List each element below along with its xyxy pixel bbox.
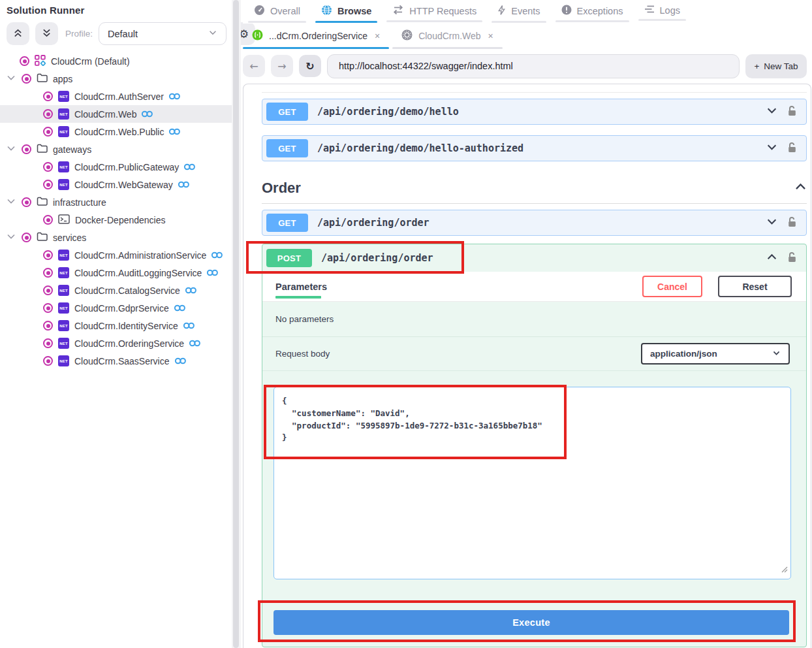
browse-link-icon[interactable]: [189, 339, 201, 348]
lightning-icon: [497, 5, 506, 18]
tree-item-folder-gateways[interactable]: gateways: [0, 140, 232, 158]
browse-link-icon[interactable]: [174, 357, 187, 365]
close-icon[interactable]: ×: [375, 31, 380, 41]
browse-link-icon[interactable]: [183, 321, 195, 330]
tree-item-label: apps: [53, 74, 72, 84]
collapse-chevron-icon[interactable]: [766, 251, 777, 265]
endpoint-path: /api/ordering/order: [321, 252, 433, 264]
tab-browse[interactable]: Browse: [315, 0, 377, 24]
browse-link-icon[interactable]: [206, 268, 219, 277]
browse-link-icon[interactable]: [211, 251, 223, 259]
tree-item-project[interactable]: NET CloudCrm.AdministrationService: [0, 246, 232, 264]
cancel-button[interactable]: Cancel: [642, 276, 702, 297]
browser-tab-cloudcrm-web[interactable]: CloudCrm.Web ×: [392, 26, 503, 49]
execute-button[interactable]: Execute: [273, 610, 789, 635]
endpoint-path: /api/ordering/demo/hello: [317, 106, 459, 118]
status-dot-icon: [43, 285, 53, 295]
request-body-editor[interactable]: { "customerName": "David", "productId": …: [273, 387, 791, 579]
unlocked-padlock-icon[interactable]: [787, 105, 797, 119]
endpoint-get-order[interactable]: GET /api/ordering/order: [262, 210, 807, 236]
tree-item-label: CloudCrm (Default): [51, 56, 130, 67]
status-dot-icon: [22, 74, 31, 84]
reset-button[interactable]: Reset: [718, 276, 792, 297]
browse-link-icon[interactable]: [168, 92, 181, 101]
browse-link-icon[interactable]: [174, 304, 186, 312]
endpoint-get-demo-hello[interactable]: GET /api/ordering/demo/hello: [262, 99, 807, 125]
terminal-icon: [58, 214, 70, 226]
close-icon[interactable]: ×: [488, 31, 493, 41]
content-type-select[interactable]: application/json: [641, 343, 790, 364]
browse-link-icon[interactable]: [168, 127, 181, 136]
folder-icon: [37, 196, 48, 208]
panel-splitter[interactable]: [232, 0, 241, 648]
content-type-value: application/json: [650, 349, 717, 359]
tree-item-label: CloudCrm.SaasService: [74, 356, 170, 366]
profile-label: Profile:: [65, 29, 93, 39]
log-lines-icon: [644, 5, 655, 16]
tree-item-folder-services[interactable]: services: [0, 229, 232, 246]
expand-all-button[interactable]: [35, 22, 58, 45]
refresh-button[interactable]: ↻: [299, 55, 321, 77]
tree-item-label: infrastructure: [53, 197, 106, 208]
browse-link-icon[interactable]: [178, 180, 190, 189]
solution-grid-icon: [35, 55, 46, 68]
unlocked-padlock-icon[interactable]: [787, 251, 797, 265]
browser-tab-label: ...dCrm.OrderingService: [269, 31, 367, 41]
collapse-section-chevron-icon[interactable]: [794, 180, 807, 197]
expand-chevron-icon[interactable]: [766, 142, 777, 155]
browser-tab-ordering-service[interactable]: ...dCrm.OrderingService ×: [243, 26, 389, 49]
dotnet-icon: NET: [58, 161, 69, 172]
tree-item-project[interactable]: NET CloudCrm.GdprService: [0, 299, 232, 317]
tree-item-project[interactable]: NET CloudCrm.AuthServer: [0, 88, 232, 105]
tree-item-folder-infrastructure[interactable]: infrastructure: [0, 193, 232, 211]
unlocked-padlock-icon[interactable]: [787, 142, 797, 155]
tree-item-project[interactable]: NET CloudCrm.AuditLoggingService: [0, 264, 232, 282]
tab-http-requests[interactable]: HTTP Requests: [386, 0, 482, 24]
tree-item-docker[interactable]: Docker-Dependencies: [0, 211, 232, 229]
status-dot-icon: [20, 56, 29, 66]
browse-link-icon[interactable]: [141, 110, 153, 118]
expand-chevron-icon[interactable]: [766, 105, 777, 119]
address-bar-url: http://localhost:44322/swagger/index.htm…: [339, 61, 513, 71]
parameters-tab[interactable]: Parameters: [275, 272, 327, 301]
new-tab-button[interactable]: + New Tab: [745, 54, 807, 78]
method-badge: POST: [266, 249, 312, 267]
tab-overall[interactable]: Overall: [248, 0, 306, 24]
tree-item-project[interactable]: NET CloudCrm.OrderingService: [0, 334, 232, 352]
tab-events[interactable]: Events: [492, 0, 546, 24]
tree-item-label: CloudCrm.CatalogService: [74, 285, 180, 296]
browse-link-icon[interactable]: [183, 163, 196, 171]
tree-item-project[interactable]: NET CloudCrm.Web.Public: [0, 123, 232, 140]
tree-item-solution-root[interactable]: CloudCrm (Default): [0, 52, 232, 70]
monitor-tab-bar: Overall Browse HTTP Requests Events: [243, 0, 812, 24]
tab-logs[interactable]: Logs: [638, 0, 686, 24]
swagger-section-order[interactable]: Order: [262, 177, 807, 199]
tab-exceptions[interactable]: Exceptions: [555, 0, 629, 24]
expand-chevron-icon[interactable]: [766, 216, 777, 230]
tree-item-label: CloudCrm.AuthServer: [74, 91, 164, 102]
resize-handle-icon[interactable]: [781, 564, 788, 575]
tree-item-project-selected[interactable]: NET CloudCrm.Web: [0, 105, 232, 123]
scrollbar-thumb[interactable]: [233, 0, 239, 648]
tree-item-project[interactable]: NET CloudCrm.WebGateway: [0, 176, 232, 193]
profile-dropdown[interactable]: Default: [99, 22, 226, 45]
browse-link-icon[interactable]: [185, 286, 197, 295]
back-button[interactable]: ←: [243, 55, 265, 77]
tree-item-project[interactable]: NET CloudCrm.CatalogService: [0, 282, 232, 299]
collapse-all-button[interactable]: [7, 22, 29, 45]
endpoint-get-demo-hello-authorized[interactable]: GET /api/ordering/demo/hello-authorized: [262, 135, 807, 161]
status-dot-icon: [43, 303, 53, 313]
tree-item-label: CloudCrm.Web: [74, 109, 136, 120]
tree-item-project[interactable]: NET CloudCrm.SaasService: [0, 352, 232, 370]
forward-button[interactable]: →: [271, 55, 293, 77]
tree-item-project[interactable]: NET CloudCrm.IdentityService: [0, 317, 232, 334]
tree-item-project[interactable]: NET CloudCrm.PublicGateway: [0, 158, 232, 176]
address-bar[interactable]: http://localhost:44322/swagger/index.htm…: [327, 54, 740, 78]
unlocked-padlock-icon[interactable]: [787, 216, 797, 230]
status-dot-icon: [43, 356, 53, 366]
tab-label: Logs: [660, 5, 680, 16]
tree-item-label: CloudCrm.AuditLoggingService: [74, 268, 202, 278]
endpoint-post-order-summary[interactable]: POST /api/ordering/order: [262, 244, 806, 272]
swap-arrows-icon: [392, 5, 404, 17]
tree-item-folder-apps[interactable]: apps: [0, 70, 232, 88]
